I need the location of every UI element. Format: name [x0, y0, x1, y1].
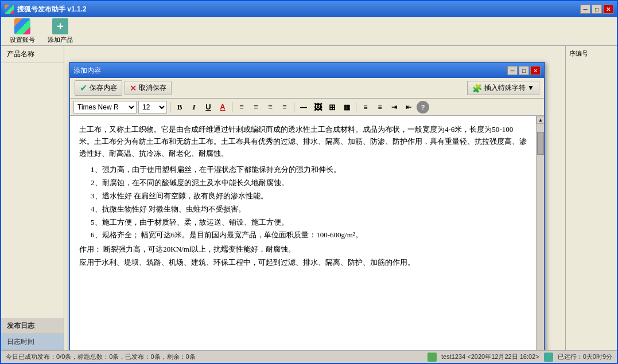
font-family-select[interactable]: Times New R 宋体 微软雅黑 [73, 101, 137, 113]
insert-line-button[interactable]: — [297, 101, 310, 113]
align-center-button[interactable]: ≡ [250, 101, 262, 113]
underline-button[interactable]: U [202, 101, 215, 113]
outdent-button[interactable]: ⇤ [402, 101, 415, 113]
left-panel: 产品名称 发布日志 日志时间 [1, 46, 64, 350]
dialog-maximize-button[interactable]: □ [519, 66, 529, 75]
app-titlebar: 搜狐号发布助手 v1.1.2 ─ □ ✕ [1, 1, 617, 17]
network-status-icon [427, 353, 437, 362]
app-main: 产品名称 发布日志 日志时间 序编号 添加内容 ─ □ ✕ [1, 46, 617, 350]
dialog-toolbar: ✔ 保存内容 ✕ 取消保存 🧩 插入特殊字符 ▼ [70, 78, 544, 99]
scroll-up-arrow[interactable]: ▲ [537, 116, 544, 124]
app-logo-icon [5, 5, 14, 14]
minimize-button[interactable]: ─ [580, 5, 590, 14]
ordered-list-button[interactable]: ≡ [359, 101, 372, 113]
dialog-title: 添加内容 [73, 66, 101, 76]
list-item-4: 4、抗微生物性好 对微生物、虫蛀均不受损害。 [91, 203, 527, 216]
add-icon: + [52, 18, 68, 34]
seq-num-label: 序编号 [569, 49, 613, 58]
app-titlebar-buttons: ─ □ ✕ [580, 5, 613, 14]
close-button[interactable]: ✕ [603, 5, 613, 14]
status-bar: 今日已成功发布：0/0条，标题总数：0条，已发布：0条，剩余：0条 test12… [1, 350, 617, 363]
help-button[interactable]: ? [417, 101, 429, 113]
app-title: 搜狐号发布助手 v1.1.2 [17, 5, 87, 14]
list-item-5: 5、施工方便，由于材质轻、柔，故运送、铺设、施工方便。 [91, 217, 527, 229]
list-item-1: 1、强力高，由于使用塑料扁丝，在干湿状态下都能保持充分的强力和伸长。 [91, 164, 527, 176]
insert-table-button[interactable]: ⊞ [326, 101, 339, 113]
dialog-minimize-button[interactable]: ─ [507, 66, 518, 75]
username: test1234 [441, 353, 465, 360]
app-toolbar: 设置账号 + 添加产品 [1, 17, 617, 46]
setup-account-button[interactable]: 设置账号 [6, 16, 39, 46]
special-char-button[interactable]: 🧩 插入特殊字符 ▼ [467, 81, 539, 95]
font-size-select[interactable]: 12 14 16 18 [138, 101, 167, 113]
app-window: 搜狐号发布助手 v1.1.2 ─ □ ✕ 设置账号 + 添加产品 产品名称 发布 [0, 0, 618, 364]
unordered-list-button[interactable]: ≡ [374, 101, 386, 113]
list-item-3: 3、透水性好 在扁丝间有空隙，故有良好的渗水性能。 [91, 190, 527, 202]
maximize-button[interactable]: □ [592, 5, 602, 14]
cancel-save-button[interactable]: ✕ 取消保存 [125, 81, 172, 95]
list-item-6: 6、规格齐全； 幅宽可达6米。是目前国内最宽产品，单位面积质量：100-600g… [91, 229, 527, 241]
bold-button[interactable]: B [173, 101, 186, 113]
dialog-titlebar-buttons: ─ □ ✕ [507, 66, 541, 75]
dialog-titlebar: 添加内容 ─ □ ✕ [70, 63, 544, 78]
save-content-button[interactable]: ✔ 保存内容 [75, 80, 122, 96]
format-bar: Times New R 宋体 微软雅黑 12 14 16 18 B I U A … [70, 99, 544, 116]
cancel-save-label: 取消保存 [139, 83, 166, 93]
log-section-label: 发布日志 [1, 318, 64, 334]
save-icon: ✔ [80, 83, 87, 93]
save-content-label: 保存内容 [90, 83, 117, 93]
windows-icon [14, 18, 30, 34]
insert-misc-button[interactable]: ▦ [340, 101, 353, 113]
puzzle-icon: 🧩 [472, 84, 482, 93]
format-divider-3 [294, 102, 294, 112]
app-title-area: 搜狐号发布助手 v1.1.2 [5, 5, 87, 14]
scrollbar-vertical[interactable]: ▲ ▼ [536, 116, 544, 350]
add-product-button[interactable]: + 添加产品 [44, 16, 77, 46]
runtime-icon [544, 353, 553, 362]
datetime: 2020年12月22日 16:02 [471, 353, 536, 360]
log-time-label[interactable]: 日志时间 [1, 334, 64, 350]
font-color-button[interactable]: A [216, 101, 229, 113]
status-right-area: test1234 <2020年12月22日 16:02> 已运行：0天0时9分 [427, 353, 612, 362]
content-paragraph-1: 土工布，又称土工织物。它是由合成纤维通过针刺或编织而成的透水性土工合成材料。成品… [79, 124, 527, 159]
format-divider-1 [170, 102, 170, 112]
format-divider-2 [232, 102, 232, 112]
editor-dialog: 添加内容 ─ □ ✕ ✔ 保存内容 ✕ 取消保存 🧩 [69, 62, 545, 350]
editor-content[interactable]: 土工布，又称土工织物。它是由合成纤维通过针刺或编织而成的透水性土工合成材料。成品… [70, 116, 536, 350]
far-right-panel: 序编号 [565, 46, 617, 350]
cursor-placeholder [79, 270, 527, 282]
align-right-button[interactable]: ≡ [264, 101, 277, 113]
dialog-close-button[interactable]: ✕ [530, 66, 541, 75]
special-char-label: 插入特殊字符 ▼ [484, 83, 534, 93]
publish-info: 今日已成功发布：0/0条，标题总数：0条，已发布：0条，剩余：0条 [6, 353, 196, 361]
justify-button[interactable]: ≡ [278, 101, 291, 113]
format-divider-4 [356, 102, 356, 112]
scroll-thumb[interactable] [537, 132, 544, 155]
list-item-2: 2、耐腐蚀，在不同的酸碱度的泥土及水中能长久地耐腐蚀。 [91, 177, 527, 189]
usage-line: 作用： 断裂强力高，可达20KN/ml以上，抗蠕变性能好，耐腐蚀。 [79, 244, 527, 256]
user-info: test1234 <2020年12月22日 16:02> [441, 353, 539, 361]
scroll-track [537, 155, 544, 350]
product-name-label: 产品名称 [1, 46, 64, 63]
add-product-label: 添加产品 [48, 36, 73, 44]
application-line: 应用于水利、堤坝、筑路、机场、建筑、环保工程中，可起到过滤、排水、隔离、防护、加… [79, 257, 527, 269]
cancel-icon: ✕ [130, 84, 137, 93]
runtime: 已运行：0天0时9分 [558, 353, 612, 361]
insert-image-button[interactable]: 🖼 [312, 101, 324, 113]
setup-account-label: 设置账号 [10, 36, 35, 44]
align-left-button[interactable]: ≡ [235, 101, 248, 113]
indent-button[interactable]: ⇥ [388, 101, 401, 113]
editor-scroll-area: 土工布，又称土工织物。它是由合成纤维通过针刺或编织而成的透水性土工合成材料。成品… [70, 116, 544, 350]
italic-button[interactable]: I [188, 101, 200, 113]
